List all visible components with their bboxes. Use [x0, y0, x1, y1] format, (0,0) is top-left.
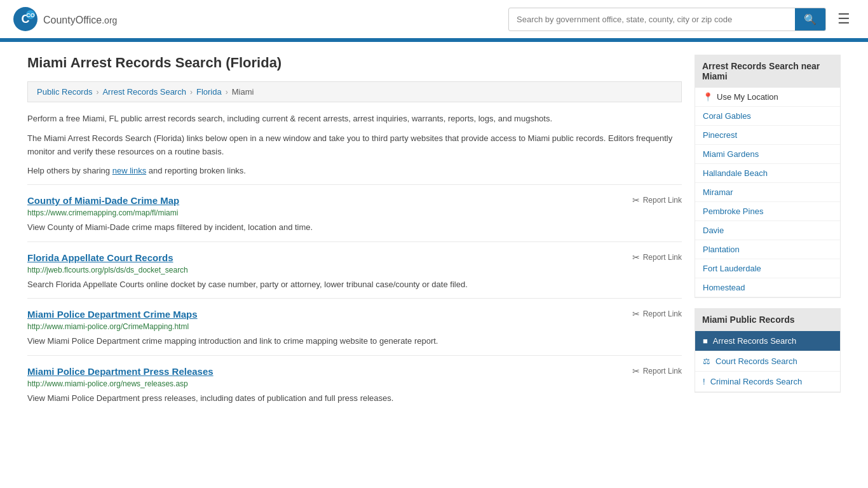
nearby-city-item[interactable]: Hallandale Beach	[695, 164, 840, 183]
public-records-link-2[interactable]: ! Criminal Records Search	[695, 372, 840, 391]
public-records-title: Miami Public Records	[695, 308, 841, 331]
result-item: County of Miami-Dade Crime Map ✂ Report …	[27, 184, 682, 241]
public-records-item[interactable]: ■ Arrest Records Search	[695, 331, 840, 351]
breadcrumb-florida[interactable]: Florida	[196, 87, 222, 97]
results-container: County of Miami-Dade Crime Map ✂ Report …	[27, 184, 682, 412]
report-label-0: Report Link	[643, 196, 682, 205]
nearby-city-link-1[interactable]: Pinecrest	[695, 126, 840, 144]
logo-text: CountyOffice.org	[43, 12, 117, 27]
public-records-label-1: Court Records Search	[715, 356, 797, 366]
description-para1: Perform a free Miami, FL public arrest r…	[27, 112, 682, 126]
description-para2: The Miami Arrest Records Search (Florida…	[27, 132, 682, 159]
search-input[interactable]	[509, 10, 795, 29]
report-label-1: Report Link	[643, 253, 682, 262]
report-link-0[interactable]: ✂ Report Link	[632, 195, 682, 205]
logo-suffix: .org	[102, 15, 117, 25]
result-title-2[interactable]: Miami Police Department Crime Maps	[27, 309, 198, 320]
breadcrumb-public-records[interactable]: Public Records	[37, 87, 92, 97]
desc-para3-prefix: Help others by sharing	[27, 166, 112, 175]
public-records-item[interactable]: ! Criminal Records Search	[695, 372, 840, 392]
header: C CO CountyOffice.org 🔍 ☰	[0, 0, 868, 40]
nearby-city-item[interactable]: Homestead	[695, 278, 840, 297]
result-title-3[interactable]: Miami Police Department Press Releases	[27, 366, 214, 377]
description-para3: Help others by sharing new links and rep…	[27, 165, 682, 178]
nearby-city-link-9[interactable]: Homestead	[695, 278, 840, 297]
nearby-section-title: Arrest Records Search near Miami	[695, 55, 841, 88]
report-link-2[interactable]: ✂ Report Link	[632, 309, 682, 319]
page-title: Miami Arrest Records Search (Florida)	[27, 55, 682, 71]
use-location-label: Use My Location	[717, 92, 778, 102]
scissors-icon-1: ✂	[632, 252, 640, 262]
nearby-city-item[interactable]: Plantation	[695, 240, 840, 259]
logo-area: C CO CountyOffice.org	[13, 6, 117, 32]
scissors-icon-0: ✂	[632, 195, 640, 205]
nearby-city-link-3[interactable]: Hallandale Beach	[695, 164, 840, 182]
nearby-city-item[interactable]: Pembroke Pines	[695, 202, 840, 221]
breadcrumb-sep-3: ›	[226, 88, 228, 97]
nearby-city-link-0[interactable]: Coral Gables	[695, 107, 840, 125]
result-header: Miami Police Department Crime Maps ✂ Rep…	[27, 309, 682, 320]
breadcrumb: Public Records › Arrest Records Search ›…	[27, 81, 682, 102]
search-bar: 🔍	[508, 8, 826, 31]
main-container: Miami Arrest Records Search (Florida) Pu…	[15, 42, 853, 424]
nearby-city-link-8[interactable]: Fort Lauderdale	[695, 259, 840, 278]
breadcrumb-arrest-records[interactable]: Arrest Records Search	[102, 87, 186, 97]
logo-brand: CountyOffice	[43, 15, 102, 25]
desc-para3-suffix: and reporting broken links.	[146, 166, 246, 175]
public-records-label-2: Criminal Records Search	[710, 377, 803, 386]
breadcrumb-miami: Miami	[232, 87, 254, 97]
hamburger-button[interactable]: ☰	[832, 8, 855, 30]
scissors-icon-2: ✂	[632, 309, 640, 319]
public-records-sidebar: Miami Public Records ■ Arrest Records Se…	[695, 308, 841, 393]
public-records-link-1[interactable]: ⚖ Court Records Search	[695, 351, 840, 371]
pin-icon: 📍	[703, 92, 713, 102]
result-header: County of Miami-Dade Crime Map ✂ Report …	[27, 195, 682, 206]
result-desc-0: View County of Miami-Dade crime maps fil…	[27, 221, 682, 234]
public-records-list: ■ Arrest Records Search ⚖ Court Records …	[695, 331, 841, 393]
result-header: Florida Appellate Court Records ✂ Report…	[27, 252, 682, 263]
scissors-icon-3: ✂	[632, 366, 640, 376]
result-title-1[interactable]: Florida Appellate Court Records	[27, 252, 173, 263]
public-records-label-0: Arrest Records Search	[713, 336, 797, 346]
result-url-1: http://jweb.flcourts.org/pls/ds/ds_docke…	[27, 266, 682, 274]
header-right: 🔍 ☰	[508, 8, 855, 31]
result-title-0[interactable]: County of Miami-Dade Crime Map	[27, 195, 179, 206]
result-desc-1: Search Florida Appellate Courts online d…	[27, 278, 682, 291]
nearby-city-link-7[interactable]: Plantation	[695, 240, 840, 259]
nearby-city-item[interactable]: Miramar	[695, 183, 840, 202]
result-url-3: http://www.miami-police.org/news_release…	[27, 379, 682, 388]
result-url-2: http://www.miami-police.org/CrimeMapping…	[27, 322, 682, 331]
record-icon-1: ⚖	[703, 356, 710, 366]
result-header: Miami Police Department Press Releases ✂…	[27, 366, 682, 377]
report-link-3[interactable]: ✂ Report Link	[632, 366, 682, 376]
nearby-city-item[interactable]: Pinecrest	[695, 126, 840, 145]
nearby-city-link-6[interactable]: Davie	[695, 221, 840, 240]
record-icon-0: ■	[703, 336, 708, 346]
nearby-city-link-5[interactable]: Pembroke Pines	[695, 202, 840, 220]
nearby-city-link-4[interactable]: Miramar	[695, 183, 840, 201]
content-area: Miami Arrest Records Search (Florida) Pu…	[27, 55, 682, 412]
result-item: Miami Police Department Crime Maps ✂ Rep…	[27, 298, 682, 355]
result-url-0: https://www.crimemapping.com/map/fl/miam…	[27, 208, 682, 217]
search-button[interactable]: 🔍	[795, 8, 825, 30]
nearby-cities-list: 📍 Use My Location Coral GablesPinecrestM…	[695, 88, 841, 298]
sidebar: Arrest Records Search near Miami 📍 Use M…	[695, 55, 841, 412]
result-desc-3: View Miami Police Department press relea…	[27, 392, 682, 405]
report-label-3: Report Link	[643, 367, 682, 376]
nearby-city-item[interactable]: Davie	[695, 221, 840, 240]
logo-icon: C CO	[13, 6, 38, 32]
public-records-item[interactable]: ⚖ Court Records Search	[695, 351, 840, 372]
svg-text:CO: CO	[26, 12, 35, 18]
use-location-link[interactable]: 📍 Use My Location	[695, 88, 840, 106]
public-records-link-0[interactable]: ■ Arrest Records Search	[695, 331, 840, 351]
new-links-link[interactable]: new links	[112, 166, 146, 175]
report-label-2: Report Link	[643, 309, 682, 318]
breadcrumb-sep-2: ›	[190, 88, 193, 97]
nearby-city-link-2[interactable]: Miami Gardens	[695, 145, 840, 163]
report-link-1[interactable]: ✂ Report Link	[632, 252, 682, 262]
use-location-item[interactable]: 📍 Use My Location	[695, 88, 840, 107]
nearby-city-item[interactable]: Miami Gardens	[695, 145, 840, 164]
nearby-city-item[interactable]: Fort Lauderdale	[695, 259, 840, 278]
nearby-city-item[interactable]: Coral Gables	[695, 107, 840, 126]
result-item: Florida Appellate Court Records ✂ Report…	[27, 241, 682, 299]
